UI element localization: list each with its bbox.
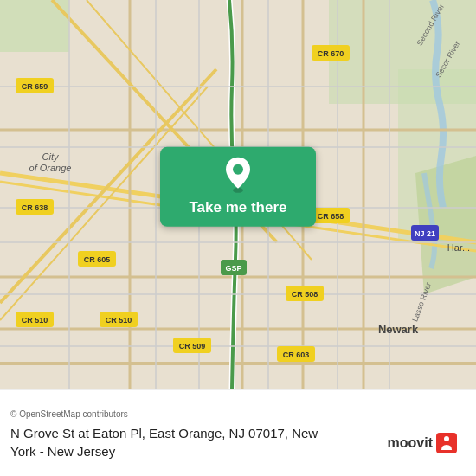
moovit-text: moovit bbox=[388, 435, 433, 451]
svg-text:of Orange: of Orange bbox=[29, 163, 72, 173]
svg-text:CR 658: CR 658 bbox=[318, 212, 344, 221]
svg-rect-66 bbox=[436, 433, 457, 453]
location-pin-icon bbox=[222, 156, 254, 194]
osm-credit: © OpenStreetMap contributors bbox=[10, 409, 466, 419]
svg-text:CR 509: CR 509 bbox=[179, 342, 206, 351]
svg-text:GSP: GSP bbox=[225, 264, 241, 273]
svg-text:NJ 21: NJ 21 bbox=[415, 229, 435, 238]
cta-button-label: Take me there bbox=[189, 199, 286, 216]
svg-text:CR 638: CR 638 bbox=[22, 203, 48, 212]
footer-bar: © OpenStreetMap contributors N Grove St … bbox=[0, 389, 476, 476]
svg-text:CR 605: CR 605 bbox=[84, 255, 111, 264]
svg-text:CR 603: CR 603 bbox=[283, 351, 310, 359]
svg-text:Har...: Har... bbox=[447, 242, 470, 253]
svg-text:CR 510: CR 510 bbox=[106, 316, 132, 325]
svg-text:Newark: Newark bbox=[378, 323, 419, 336]
moovit-logo: moovit bbox=[388, 433, 457, 453]
svg-point-65 bbox=[233, 164, 243, 175]
svg-text:CR 670: CR 670 bbox=[318, 49, 344, 58]
svg-text:CR 659: CR 659 bbox=[22, 82, 48, 91]
cta-overlay: Take me there bbox=[160, 147, 316, 227]
svg-text:City: City bbox=[42, 151, 60, 162]
take-me-there-button[interactable]: Take me there bbox=[160, 147, 316, 227]
map-container: CR 659 CR 670 CR 638 CR 605 CR 510 CR 51… bbox=[0, 0, 476, 389]
location-title: N Grove St at Eaton Pl, East Orange, NJ … bbox=[10, 424, 318, 460]
svg-text:CR 510: CR 510 bbox=[22, 316, 48, 325]
svg-text:CR 508: CR 508 bbox=[292, 290, 318, 299]
svg-point-67 bbox=[444, 436, 449, 441]
moovit-brand-icon bbox=[436, 433, 457, 453]
